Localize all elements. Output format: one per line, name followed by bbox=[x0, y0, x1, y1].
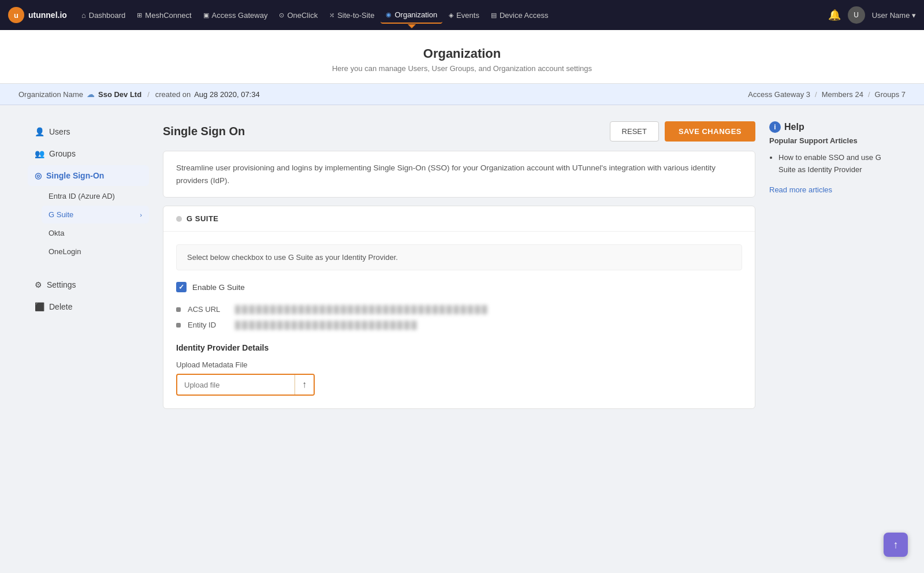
description-box: Streamline user provisioning and logins … bbox=[163, 151, 755, 198]
sidebar-label-users: Users bbox=[49, 127, 70, 136]
entity-value: ██████████████████████████ bbox=[235, 321, 418, 329]
gsuite-instruction-text: Select below checkbox to use G Suite as … bbox=[187, 253, 731, 262]
acs-label: ACS URL bbox=[188, 305, 228, 314]
entity-label: Entity ID bbox=[188, 321, 228, 329]
upload-file-input[interactable] bbox=[177, 376, 295, 394]
sidebar-item-users[interactable]: 👤 Users bbox=[28, 121, 149, 142]
dashboard-icon: ⌂ bbox=[81, 11, 86, 20]
gsuite-checkbox[interactable]: ✓ bbox=[176, 282, 187, 292]
organization-icon: ◉ bbox=[386, 11, 392, 18]
nav-item-site-to-site[interactable]: ⤮ Site-to-Site bbox=[324, 8, 379, 23]
org-meta-left: Organization Name ☁ Sso Dev Ltd / create… bbox=[18, 90, 260, 99]
org-meta-bar: Organization Name ☁ Sso Dev Ltd / create… bbox=[0, 84, 924, 105]
help-articles-list: How to enable SSO and use G Suite as Ide… bbox=[769, 152, 896, 176]
device-access-icon: ▤ bbox=[491, 12, 497, 19]
nav-label-events: Events bbox=[456, 11, 479, 20]
save-changes-button[interactable]: SAVE CHANGES bbox=[665, 121, 755, 142]
help-header: i Help bbox=[769, 121, 896, 133]
logo-icon: u bbox=[8, 7, 24, 23]
nav-label-site-to-site: Site-to-Site bbox=[337, 11, 374, 20]
nav-label-organization: Organization bbox=[394, 10, 437, 19]
nav-item-organization[interactable]: ◉ Organization bbox=[381, 7, 442, 24]
top-navigation: u utunnel.io ⌂ Dashboard ⊞ MeshConnect ▣… bbox=[0, 0, 924, 30]
enable-gsuite-label: Enable G Suite bbox=[192, 283, 245, 292]
idp-section-title: Identity Provider Details bbox=[176, 343, 742, 352]
nav-item-events[interactable]: ◈ Events bbox=[444, 8, 485, 23]
upload-box[interactable]: ↑ bbox=[176, 374, 315, 396]
sidebar-item-single-sign-on[interactable]: ◎ Single Sign-On bbox=[28, 165, 149, 186]
groups-count: Groups 7 bbox=[875, 90, 906, 99]
gsuite-section: G SUITE Select below checkbox to use G S… bbox=[163, 206, 755, 409]
enable-gsuite-row: ✓ Enable G Suite bbox=[176, 282, 742, 292]
sidebar-sub-item-okta[interactable]: Okta bbox=[42, 224, 149, 242]
main-content: Single Sign On RESET SAVE CHANGES Stream… bbox=[163, 121, 755, 409]
sidebar-label-groups: Groups bbox=[49, 149, 76, 158]
gsuite-section-title: G SUITE bbox=[187, 214, 219, 223]
meta-slash: / bbox=[147, 90, 150, 99]
reset-button[interactable]: RESET bbox=[610, 121, 659, 142]
sidebar-item-delete[interactable]: ⬛ Delete bbox=[28, 296, 149, 317]
help-title: Help bbox=[784, 122, 804, 132]
groups-icon: 👥 bbox=[35, 149, 44, 158]
sidebar-sub-item-onelogin[interactable]: OneLogin bbox=[42, 243, 149, 261]
sidebar-item-settings[interactable]: ⚙ Settings bbox=[28, 274, 149, 295]
content-title: Single Sign On bbox=[163, 125, 245, 138]
entity-bullet bbox=[176, 323, 181, 328]
nav-item-oneclick[interactable]: ⊙ OneClick bbox=[274, 8, 323, 23]
org-name: Sso Dev Ltd bbox=[98, 90, 141, 99]
description-text: Streamline user provisioning and logins … bbox=[176, 162, 742, 187]
users-icon: 👤 bbox=[35, 127, 44, 136]
nav-item-device-access[interactable]: ▤ Device Access bbox=[486, 8, 554, 23]
cloud-icon: ☁ bbox=[87, 90, 95, 99]
read-more-link[interactable]: Read more articles bbox=[769, 185, 832, 194]
org-page-header: Organization Here you can manage Users, … bbox=[0, 30, 924, 84]
sidebar-label-sso: Single Sign-On bbox=[46, 171, 104, 180]
scroll-up-icon: ↑ bbox=[893, 539, 899, 551]
nav-right: 🔔 U User Name ▾ bbox=[828, 6, 916, 24]
content-header: Single Sign On RESET SAVE CHANGES bbox=[163, 121, 755, 142]
events-icon: ◈ bbox=[449, 12, 453, 19]
nav-item-meshconnect[interactable]: ⊞ MeshConnect bbox=[132, 8, 196, 23]
sidebar: 👤 Users 👥 Groups ◎ Single Sign-On Entra … bbox=[28, 121, 149, 409]
nav-label-dashboard: Dashboard bbox=[89, 11, 126, 20]
acs-bullet bbox=[176, 307, 181, 312]
sidebar-label-delete: Delete bbox=[49, 302, 72, 311]
sidebar-sub-item-gsuite[interactable]: G Suite › bbox=[42, 206, 149, 224]
sidebar-sub-item-entra-id[interactable]: Entra ID (Azure AD) bbox=[42, 187, 149, 205]
nav-label-meshconnect: MeshConnect bbox=[145, 11, 191, 20]
sidebar-item-groups[interactable]: 👥 Groups bbox=[28, 143, 149, 164]
meshconnect-icon: ⊞ bbox=[137, 12, 142, 19]
logo-text: utunnel.io bbox=[28, 10, 67, 20]
gsuite-body: Select below checkbox to use G Suite as … bbox=[163, 232, 755, 408]
org-name-label: Organization Name bbox=[18, 90, 83, 99]
oneclick-icon: ⊙ bbox=[279, 12, 284, 19]
members-count: Members 24 bbox=[822, 90, 863, 99]
logo[interactable]: u utunnel.io bbox=[8, 7, 67, 23]
notification-bell[interactable]: 🔔 bbox=[828, 9, 841, 21]
upload-arrow-button[interactable]: ↑ bbox=[295, 375, 314, 395]
gsuite-chevron: › bbox=[140, 211, 142, 218]
settings-icon: ⚙ bbox=[35, 280, 42, 289]
acs-value: ████████████████████████████████████ bbox=[235, 305, 489, 314]
help-info-icon: i bbox=[769, 121, 781, 133]
help-panel: i Help Popular Support Articles How to e… bbox=[769, 121, 896, 409]
entity-id-row: Entity ID ██████████████████████████ bbox=[176, 321, 742, 329]
nav-item-dashboard[interactable]: ⌂ Dashboard bbox=[76, 8, 131, 23]
help-article-text: How to enable SSO and use G Suite as Ide… bbox=[778, 153, 881, 174]
acs-url-row: ACS URL ████████████████████████████████… bbox=[176, 305, 742, 314]
sso-icon: ◎ bbox=[35, 171, 42, 180]
page-title: Organization bbox=[0, 46, 924, 61]
scroll-to-top-button[interactable]: ↑ bbox=[884, 533, 908, 557]
access-gateway-icon: ▣ bbox=[203, 12, 209, 19]
nav-label-device-access: Device Access bbox=[500, 11, 549, 20]
username[interactable]: User Name ▾ bbox=[872, 11, 916, 20]
page-subtitle: Here you can manage Users, User Groups, … bbox=[0, 64, 924, 73]
avatar[interactable]: U bbox=[848, 6, 865, 24]
onelogin-label: OneLogin bbox=[49, 247, 81, 256]
sidebar-label-settings: Settings bbox=[47, 280, 76, 289]
created-on-label: created on bbox=[155, 90, 191, 99]
help-article-item: How to enable SSO and use G Suite as Ide… bbox=[778, 152, 896, 176]
gsuite-status-indicator bbox=[176, 216, 182, 222]
nav-item-access-gateway[interactable]: ▣ Access Gateway bbox=[198, 8, 273, 23]
site-to-site-icon: ⤮ bbox=[329, 12, 334, 19]
